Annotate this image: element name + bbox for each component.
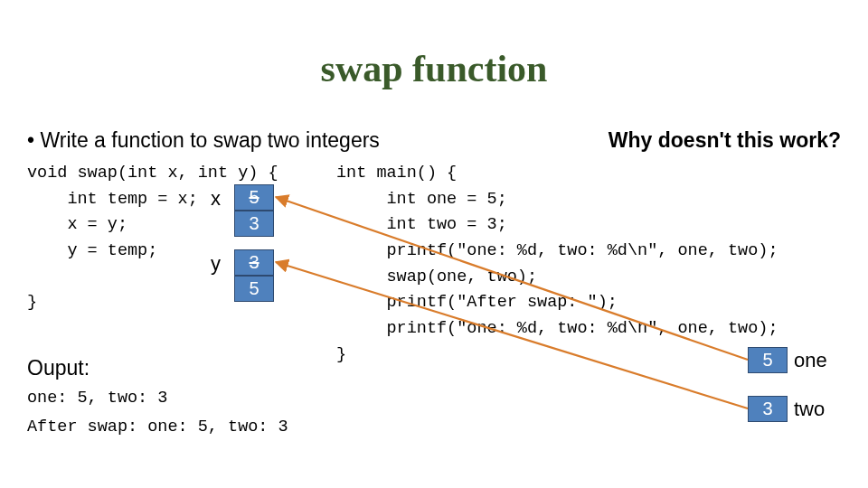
slide-title: swap function (0, 47, 868, 90)
code-main-function: int main() { int one = 5; int two = 3; p… (336, 161, 778, 368)
output-heading: Ouput: (27, 356, 90, 380)
label-y: y (211, 252, 221, 276)
label-two: two (794, 398, 825, 421)
box-y-old: 3 (234, 249, 274, 276)
box-y-new: 5 (234, 276, 274, 302)
box-x-old: 5 (234, 184, 274, 211)
output-line-1: one: 5, two: 3 (27, 389, 167, 408)
label-x: x (211, 187, 221, 211)
label-one: one (794, 349, 827, 372)
why-question: Why doesn't this work? (609, 128, 841, 153)
box-x-new: 3 (234, 211, 274, 237)
bullet-text: • Write a function to swap two integers (27, 128, 380, 153)
output-line-2: After swap: one: 5, two: 3 (27, 418, 288, 436)
box-one: 5 (748, 347, 788, 373)
box-two: 3 (748, 396, 788, 422)
